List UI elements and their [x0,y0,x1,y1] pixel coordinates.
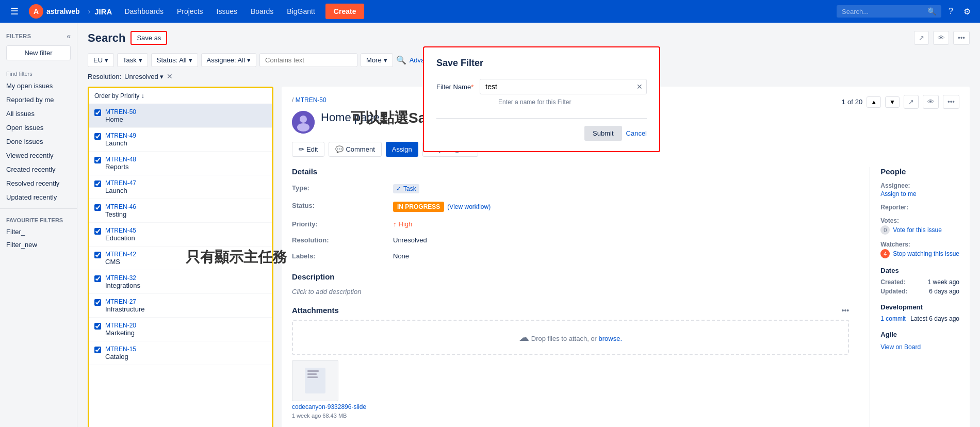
issue-item-mtren-47[interactable]: MTREN-47 Launch [89,175,272,199]
attach-filename[interactable]: codecanyon-9332896-slide [292,403,849,410]
pagination: 1 of 20 [842,98,863,106]
issue-item-mtren-50[interactable]: MTREN-50 Home [89,104,272,128]
search-icon[interactable]: 🔍 [927,7,936,15]
edit-button[interactable]: ✏ Edit [292,142,324,157]
resolution-clear-button[interactable]: ✕ [167,72,173,80]
watch-icon-button[interactable]: 👁 [933,31,949,45]
modal-submit-button[interactable]: Submit [584,126,622,141]
sidebar-item-created-recently[interactable]: Created recently [0,162,77,176]
chevron-down-icon: ▾ [189,56,192,64]
help-icon[interactable]: ? [945,4,956,19]
nav-boards[interactable]: Boards [244,3,280,20]
assignee-row: Assignee: Assign to me [880,182,959,198]
issue-item-mtren-32[interactable]: MTREN-32 Integrations [89,270,272,294]
share-icon-button[interactable]: ↗ [914,31,929,45]
share-detail-icon[interactable]: ↗ [904,95,919,109]
sidebar-item-reported-by-me[interactable]: Reported by me [0,93,77,107]
issue-id: MTREN-42 [105,251,267,258]
sidebar-item-my-open[interactable]: My open issues [0,79,77,93]
eu-filter[interactable]: EU ▾ [88,53,114,67]
assign-to-me-link[interactable]: Assign to me [880,190,959,198]
sidebar-item-open-issues[interactable]: Open issues [0,121,77,135]
issue-checkbox-46[interactable] [94,204,101,211]
sidebar-item-resolved-recently[interactable]: Resolved recently [0,176,77,190]
labels-value: None [393,250,849,262]
prev-page-button[interactable]: ▲ [867,96,881,108]
issue-item-mtren-42[interactable]: MTREN-42 CMS [89,247,272,270]
issue-item-mtren-49[interactable]: MTREN-49 Launch [89,128,272,152]
logo[interactable]: A astralweb [25,4,84,19]
search-filter-icon[interactable]: 🔍 [396,55,406,65]
nav-dashboards[interactable]: Dashboards [118,3,170,20]
search-input[interactable] [842,8,924,15]
issue-item-mtren-46[interactable]: MTREN-46 Testing [89,199,272,223]
new-filter-button[interactable]: New filter [6,45,71,60]
top-navigation: ☰ A astralweb › JIRA Dashboards Projects… [0,0,980,23]
issue-checkbox-15[interactable] [94,347,101,353]
order-by-dropdown[interactable]: Order by Priority ↓ [94,92,144,100]
assignee-filter[interactable]: Assignee: All ▾ [201,53,256,67]
more-detail-icon[interactable]: ••• [943,95,959,109]
issue-checkbox-20[interactable] [94,323,101,330]
issue-name: Marketing [105,329,267,337]
sidebar-collapse-icon[interactable]: « [67,32,71,40]
nav-biggantt[interactable]: BigGantt [281,3,321,20]
settings-icon[interactable]: ⚙ [960,4,974,20]
issue-item-mtren-27[interactable]: MTREN-27 Infrastructure [89,294,272,318]
more-filter-button[interactable]: More ▾ [361,53,393,67]
nav-projects[interactable]: Projects [171,3,209,20]
description-placeholder[interactable]: Click to add description [292,288,361,295]
save-as-button[interactable]: Save as [130,31,167,45]
issue-checkbox-49[interactable] [94,133,101,140]
fav-item-filter[interactable]: Filter_ [0,225,77,238]
create-button[interactable]: Create [325,4,365,19]
type-value: ✓ Task [393,182,849,195]
sidebar-item-updated-recently[interactable]: Updated recently [0,190,77,204]
find-filters-link[interactable]: Find filters [0,67,77,79]
resolution-dropdown[interactable]: Unresolved ▾ [124,73,164,80]
issue-checkbox-50[interactable] [94,109,101,116]
issue-checkbox-27[interactable] [94,299,101,306]
attachments-more-icon[interactable]: ••• [842,306,850,315]
issue-item-mtren-45[interactable]: MTREN-45 Education [89,223,272,247]
created-value: 1 week ago [928,278,959,286]
filter-name-input[interactable] [480,79,647,94]
view-on-board-link[interactable]: View on Board [880,343,921,351]
view-workflow-link[interactable]: (View workflow) [447,203,491,210]
issue-checkbox-42[interactable] [94,252,101,258]
fav-item-filter-new[interactable]: Filter_new [0,238,77,251]
vote-link[interactable]: Vote for this issue [893,226,942,234]
next-page-button[interactable]: ▼ [885,96,900,108]
breadcrumb-link[interactable]: MTREN-50 [296,96,326,104]
sidebar-item-done-issues[interactable]: Done issues [0,135,77,149]
agile-title: Agile [880,331,959,338]
comment-button[interactable]: 💬 Comment [329,142,381,157]
watch-detail-icon[interactable]: 👁 [923,95,939,109]
commit-link[interactable]: 1 commit [880,315,906,322]
drop-zone[interactable]: ☁ Drop files to attach, or browse. [292,320,849,355]
assign-button[interactable]: Assign [386,142,418,157]
sidebar-item-all-issues[interactable]: All issues [0,107,77,121]
stop-watch-link[interactable]: Stop watching this issue [893,250,959,257]
browse-link[interactable]: browse. [599,335,623,342]
modal-cancel-button[interactable]: Cancel [626,126,647,141]
modal-clear-icon[interactable]: ✕ [636,83,643,91]
task-filter[interactable]: Task ▾ [117,53,148,67]
issue-checkbox-48[interactable] [94,157,101,163]
search-bar[interactable]: 🔍 [837,5,941,18]
issue-item-mtren-20[interactable]: MTREN-20 Marketing [89,318,272,341]
contains-text-input[interactable] [259,53,357,67]
watchers-label: Watchers: [880,241,959,248]
issue-checkbox-47[interactable] [94,180,101,187]
issue-checkbox-32[interactable] [94,275,101,282]
status-filter[interactable]: Status: All ▾ [151,53,198,67]
more-icon-button[interactable]: ••• [953,31,970,45]
issue-checkbox-45[interactable] [94,228,101,235]
description-section: Description Click to add description [292,272,849,295]
menu-icon[interactable]: ☰ [6,6,23,17]
nav-issues[interactable]: Issues [210,3,243,20]
sidebar-item-viewed-recently[interactable]: Viewed recently [0,149,77,162]
issue-item-mtren-48[interactable]: MTREN-48 Reports [89,152,272,175]
issue-item-mtren-15[interactable]: MTREN-15 Catalog [89,341,272,365]
issue-name: CMS [105,258,267,266]
